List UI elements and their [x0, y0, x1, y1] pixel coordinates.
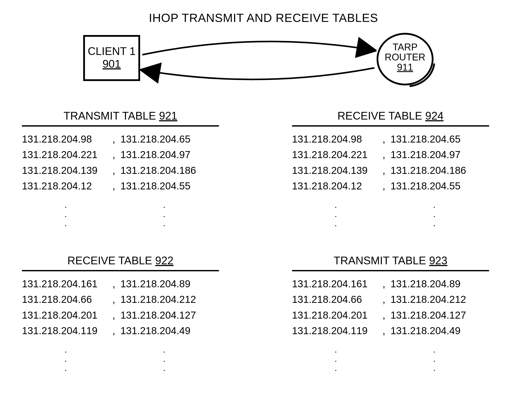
client-label: CLIENT 1	[88, 45, 136, 57]
sep: ,	[380, 308, 388, 323]
table-row: 131.218.204.66,131.218.204.212	[22, 292, 219, 307]
router-node: TARP ROUTER 911	[377, 33, 434, 85]
client-ref: 901	[85, 58, 138, 70]
router-line2: ROUTER	[385, 52, 425, 62]
sep: ,	[380, 163, 388, 178]
table-row: 131.218.204.161,131.218.204.89	[292, 276, 489, 292]
ip-a: 131.218.204.221	[292, 147, 380, 163]
transmit-table-921: TRANSMIT TABLE 921 131.218.204.98,131.21…	[22, 110, 219, 228]
sep: ,	[110, 178, 118, 194]
sep: ,	[110, 147, 118, 163]
arrow-client-to-router	[142, 42, 374, 55]
sep: ,	[380, 147, 388, 163]
sep: ,	[110, 276, 118, 292]
ip-a: 131.218.204.161	[22, 276, 110, 292]
sep: ,	[110, 131, 118, 147]
sep: ,	[380, 292, 388, 307]
table-row: 131.218.204.221,131.218.204.97	[22, 147, 219, 163]
ip-a: 131.218.204.98	[292, 131, 380, 147]
receive-table-922: RECEIVE TABLE 922 131.218.204.161,131.21…	[22, 254, 219, 373]
table-ref: 923	[429, 254, 447, 267]
ip-a: 131.218.204.12	[22, 178, 110, 194]
ellipsis-col: ...	[118, 345, 210, 373]
ip-b: 131.218.204.212	[388, 292, 480, 307]
table-rule	[22, 270, 219, 271]
ip-a: 131.218.204.201	[22, 308, 110, 323]
table-row: 131.218.204.221,131.218.204.97	[292, 147, 489, 163]
table-row: 131.218.204.66,131.218.204.212	[292, 292, 489, 307]
sep: ,	[110, 308, 118, 323]
ip-a: 131.218.204.12	[292, 178, 380, 194]
table-ref: 922	[155, 254, 173, 267]
ip-a: 131.218.204.119	[22, 323, 110, 339]
table-row: 131.218.204.119,131.218.204.49	[22, 323, 219, 339]
ellipsis-col: ...	[292, 345, 380, 373]
table-rule	[22, 125, 219, 127]
sep: ,	[380, 276, 388, 292]
ip-a: 131.218.204.66	[22, 292, 110, 307]
ip-a: 131.218.204.119	[292, 323, 380, 339]
bidirectional-arrows	[140, 35, 377, 85]
ellipsis-col: ...	[22, 345, 110, 373]
ellipsis-row: ... ...	[292, 345, 489, 373]
ip-b: 131.218.204.186	[388, 163, 480, 178]
table-label: TRANSMIT TABLE	[334, 254, 426, 267]
transmit-table-923: TRANSMIT TABLE 923 131.218.204.161,131.2…	[292, 254, 489, 373]
table-label: TRANSMIT TABLE	[64, 110, 156, 122]
ip-b: 131.218.204.97	[118, 147, 210, 163]
table-label: RECEIVE TABLE	[337, 110, 422, 122]
ip-a: 131.218.204.161	[292, 276, 380, 292]
ip-b: 131.218.204.127	[118, 308, 210, 323]
sep: ,	[380, 131, 388, 147]
ip-b: 131.218.204.65	[388, 131, 480, 147]
table-ref: 921	[159, 110, 177, 122]
ip-b: 131.218.204.127	[388, 308, 480, 323]
table-ref: 924	[425, 110, 443, 122]
table-rule	[292, 270, 489, 271]
router-line1: TARP	[393, 42, 417, 52]
top-area: CLIENT 1 901 TARP ROUTER 911	[0, 33, 527, 94]
sep: ,	[110, 292, 118, 307]
table-row: 131.218.204.98,131.218.204.65	[22, 131, 219, 147]
ellipsis-row: ... ...	[292, 200, 489, 228]
ellipsis-col: ...	[22, 200, 110, 228]
arrow-router-to-client	[142, 68, 374, 79]
table-rule	[292, 125, 489, 127]
ip-b: 131.218.204.89	[118, 276, 210, 292]
diagram-page: IHOP TRANSMIT AND RECEIVE TABLES CLIENT …	[0, 0, 527, 420]
ip-a: 131.218.204.221	[22, 147, 110, 163]
sep: ,	[380, 323, 388, 339]
ip-b: 131.218.204.186	[118, 163, 210, 178]
page-title: IHOP TRANSMIT AND RECEIVE TABLES	[0, 11, 527, 24]
router-ref: 911	[378, 62, 432, 72]
table-row: 131.218.204.12,131.218.204.55	[22, 178, 219, 194]
client-node: CLIENT 1 901	[83, 35, 140, 81]
tables-grid: TRANSMIT TABLE 921 131.218.204.98,131.21…	[22, 110, 505, 373]
sep: ,	[380, 178, 388, 194]
table-row: 131.218.204.161,131.218.204.89	[22, 276, 219, 292]
ip-a: 131.218.204.66	[292, 292, 380, 307]
ip-b: 131.218.204.49	[118, 323, 210, 339]
ip-b: 131.218.204.97	[388, 147, 480, 163]
sep: ,	[110, 163, 118, 178]
table-row: 131.218.204.201,131.218.204.127	[22, 308, 219, 323]
table-row: 131.218.204.98,131.218.204.65	[292, 131, 489, 147]
ip-b: 131.218.204.212	[118, 292, 210, 307]
ellipsis-col: ...	[118, 200, 210, 228]
receive-table-924: RECEIVE TABLE 924 131.218.204.98,131.218…	[292, 110, 489, 228]
ellipsis-col: ...	[388, 200, 480, 228]
ellipsis-col: ...	[292, 200, 380, 228]
ip-b: 131.218.204.55	[118, 178, 210, 194]
table-row: 131.218.204.201,131.218.204.127	[292, 308, 489, 323]
table-row: 131.218.204.139,131.218.204.186	[292, 163, 489, 178]
table-row: 131.218.204.119,131.218.204.49	[292, 323, 489, 339]
ellipsis-col: ...	[388, 345, 480, 373]
ip-a: 131.218.204.139	[22, 163, 110, 178]
ellipsis-row: ... ...	[22, 345, 219, 373]
ip-b: 131.218.204.65	[118, 131, 210, 147]
table-label: RECEIVE TABLE	[67, 254, 152, 267]
table-row: 131.218.204.12,131.218.204.55	[292, 178, 489, 194]
table-row: 131.218.204.139,131.218.204.186	[22, 163, 219, 178]
ellipsis-row: ... ...	[22, 200, 219, 228]
ip-a: 131.218.204.98	[22, 131, 110, 147]
